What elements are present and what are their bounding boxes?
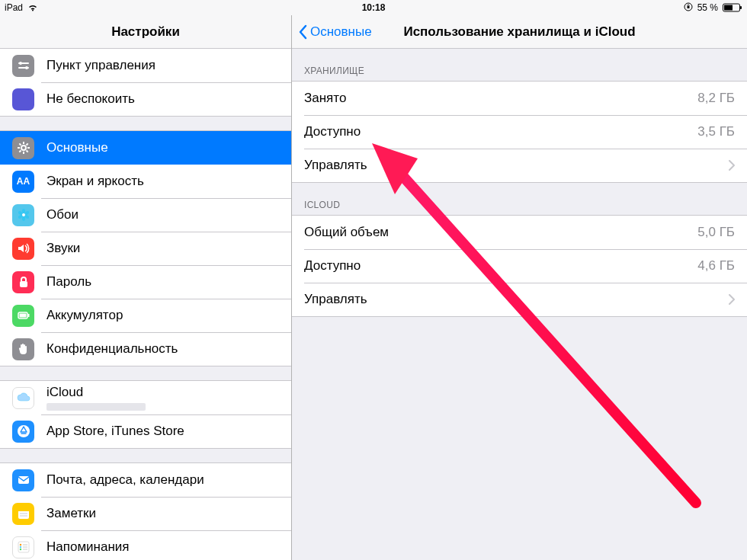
sidebar-item-label: Не беспокоить: [46, 91, 135, 107]
cloud-icon: [12, 387, 34, 409]
sidebar-item-label: iCloud: [46, 385, 146, 400]
svg-line-13: [26, 151, 27, 152]
row-value: 4,6 ГБ: [697, 258, 735, 274]
detail-pane: Основные Использование хранилища и iClou…: [292, 15, 747, 560]
chevron-right-icon: [729, 294, 735, 305]
row-label: Общий объем: [304, 225, 389, 240]
sidebar-item-label: App Store, iTunes Store: [46, 424, 184, 439]
svg-rect-3: [724, 5, 733, 11]
sidebar-item-label: Звуки: [46, 241, 80, 256]
row-value: 3,5 ГБ: [697, 124, 735, 139]
sidebar-item-battery[interactable]: Аккумулятор: [0, 299, 291, 332]
sidebar-item-label: Почта, адреса, календари: [46, 472, 204, 488]
chevron-right-icon: [729, 160, 735, 171]
notes-icon: [12, 503, 34, 525]
flower-icon: [12, 204, 34, 226]
sidebar-item-wallpaper[interactable]: Обои: [0, 198, 291, 232]
svg-rect-25: [20, 281, 27, 287]
svg-point-18: [22, 213, 25, 216]
row-value: 8,2 ГБ: [697, 91, 735, 106]
icloud-account-sub: [46, 403, 146, 411]
sidebar-item-reminders[interactable]: Напоминания: [0, 530, 291, 560]
row-value: 5,0 ГБ: [697, 225, 735, 240]
chevron-left-icon: [298, 24, 307, 40]
mail-icon: [12, 469, 34, 491]
back-label: Основные: [310, 24, 372, 40]
svg-point-38: [19, 549, 21, 550]
sidebar-item-control-center[interactable]: Пункт управления: [0, 49, 291, 82]
section-header: ХРАНИЛИЩЕ: [292, 49, 747, 81]
sidebar-item-display[interactable]: AAЭкран и яркость: [0, 165, 291, 198]
svg-line-15: [19, 151, 21, 152]
speaker-icon: [12, 238, 34, 260]
moon-icon: [12, 88, 34, 110]
row-label: Управлять: [304, 158, 367, 173]
svg-point-9: [21, 146, 26, 150]
back-button[interactable]: Основные: [298, 24, 372, 40]
svg-rect-30: [18, 476, 29, 484]
sidebar-item-general[interactable]: Основные: [0, 131, 291, 165]
detail-row-icloud-total: Общий объем5,0 ГБ: [292, 216, 747, 249]
sidebar-item-stores[interactable]: App Store, iTunes Store: [0, 414, 291, 448]
wifi-icon: [27, 4, 38, 11]
svg-point-19: [22, 209, 25, 213]
svg-point-22: [22, 216, 25, 221]
sidebar-title: Настройки: [111, 24, 180, 40]
sidebar-item-label: Напоминания: [46, 539, 130, 555]
detail-row-icloud-manage[interactable]: Управлять: [292, 283, 747, 316]
sidebar-item-privacy[interactable]: Конфиденциальность: [0, 332, 291, 366]
sidebar-item-label: Основные: [46, 140, 108, 155]
sidebar-item-label: Пароль: [46, 274, 91, 290]
svg-rect-28: [19, 314, 26, 318]
sidebar-item-label: Обои: [46, 207, 79, 222]
hand-icon: [12, 338, 34, 360]
sidebar-item-dnd[interactable]: Не беспокоить: [0, 82, 291, 116]
detail-row-icloud-avail: Доступно4,6 ГБ: [292, 249, 747, 283]
sidebar-navbar: Настройки: [0, 15, 291, 49]
section-header: ICLOUD: [292, 183, 747, 215]
svg-rect-8: [18, 67, 29, 69]
svg-rect-6: [18, 62, 29, 64]
svg-rect-27: [27, 314, 29, 317]
battery-pct: 55 %: [697, 2, 718, 13]
battery-icon: [12, 305, 34, 327]
lock-icon: [12, 271, 34, 293]
AA-icon: AA: [12, 171, 34, 193]
detail-row-storage-used: Занято8,2 ГБ: [292, 82, 747, 115]
svg-rect-32: [18, 508, 29, 511]
svg-line-17: [19, 143, 21, 145]
sidebar-item-icloud[interactable]: iCloud: [0, 381, 291, 414]
sidebar-item-label: Заметки: [46, 506, 96, 521]
status-time: 10:18: [362, 2, 386, 13]
sidebar-item-label: Экран и яркость: [46, 174, 144, 189]
sidebar-item-notes[interactable]: Заметки: [0, 497, 291, 530]
detail-title: Использование хранилища и iCloud: [403, 24, 635, 40]
row-label: Занято: [304, 91, 346, 106]
battery-icon: [723, 3, 742, 12]
orientation-lock-icon: [684, 2, 693, 14]
reminders-icon: [12, 536, 34, 558]
sidebar-item-label: Пункт управления: [46, 58, 155, 73]
detail-row-storage-avail: Доступно3,5 ГБ: [292, 115, 747, 149]
status-bar: iPad 10:18 55 %: [0, 0, 747, 15]
settings-sidebar: Настройки Пункт управленияНе беспокоитьО…: [0, 15, 292, 560]
switches-icon: [12, 55, 34, 77]
sidebar-item-sounds[interactable]: Звуки: [0, 232, 291, 265]
carrier-label: iPad: [5, 2, 23, 13]
sidebar-item-label: Аккумулятор: [46, 308, 123, 323]
svg-point-37: [19, 546, 21, 548]
sidebar-item-mail[interactable]: Почта, адреса, календари: [0, 463, 291, 497]
row-label: Управлять: [304, 292, 367, 307]
detail-row-storage-manage[interactable]: Управлять: [292, 149, 747, 182]
row-label: Доступно: [304, 258, 361, 274]
svg-rect-1: [687, 6, 689, 8]
svg-point-36: [19, 544, 21, 546]
appstore-icon: [12, 421, 34, 443]
gear-icon: [12, 137, 34, 159]
svg-line-11: [26, 143, 27, 145]
row-label: Доступно: [304, 124, 361, 139]
sidebar-item-label: Конфиденциальность: [46, 341, 178, 357]
sidebar-item-passcode[interactable]: Пароль: [0, 265, 291, 299]
svg-rect-4: [740, 6, 742, 9]
detail-navbar: Основные Использование хранилища и iClou…: [292, 15, 747, 49]
